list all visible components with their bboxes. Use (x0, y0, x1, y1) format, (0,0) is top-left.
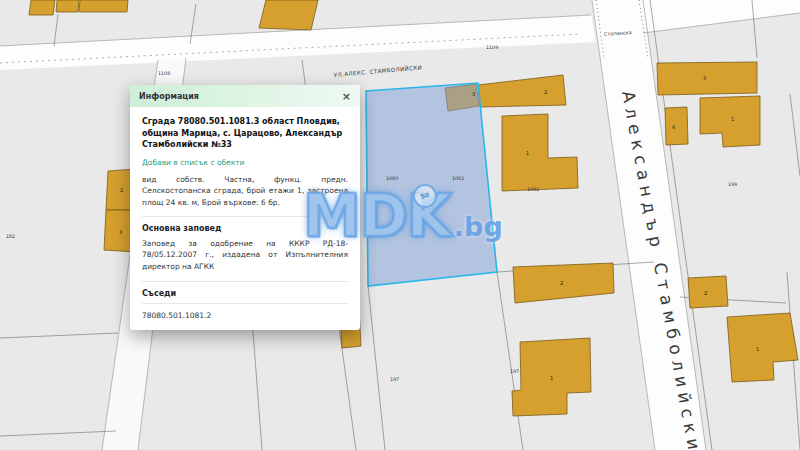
building-number: 1 (550, 375, 553, 381)
parcel-label: 199 (728, 182, 737, 187)
building-number: 1 (731, 116, 734, 122)
order-heading: Основна заповед (142, 216, 348, 233)
building-polygon[interactable] (259, 0, 318, 30)
map-canvas[interactable]: 1108 1109 182 183 184 197 197 1080 1081 … (0, 0, 800, 450)
parcel-label: 1080 (386, 176, 398, 181)
building-number: 3 (119, 229, 122, 235)
building-number: 2 (544, 89, 547, 95)
order-text: Заповед за одобрение на КККР РД-18-78/05… (142, 238, 348, 273)
parcel-label: 182 (6, 234, 15, 239)
building-polygon[interactable] (657, 62, 757, 95)
building-number: 2 (120, 187, 123, 193)
selected-parcel-overlay[interactable] (366, 83, 497, 286)
info-popup-body: Сграда 78080.501.1081.3 област Пловдив, … (130, 107, 360, 330)
building-number: 1 (526, 150, 529, 156)
cadastral-map-app: 1108 1109 182 183 184 197 197 1080 1081 … (0, 0, 800, 450)
building-polygon[interactable] (665, 107, 688, 145)
info-popup-header: Информация × (130, 85, 360, 107)
building-polygon[interactable] (56, 0, 79, 12)
building-polygon[interactable] (688, 276, 728, 308)
building-details: вид собств. Частна, функц. предн. Селско… (142, 174, 348, 209)
neighbor-id[interactable]: 78080.501.1081.2 (142, 303, 348, 320)
building-number: 1 (756, 346, 759, 352)
building-title: Сграда 78080.501.1081.3 област Пловдив, … (142, 116, 348, 151)
building-number: 4 (672, 124, 675, 130)
building-polygon[interactable] (29, 0, 55, 15)
parcel-label: 1109 (486, 45, 498, 50)
parcel-label: 197 (510, 369, 519, 374)
neighbors-heading: Съседи (142, 281, 348, 298)
building-number: 3 (703, 75, 706, 81)
building-number: 2 (560, 280, 563, 286)
parcel-label: 1081 (452, 176, 464, 181)
info-popup-title: Информация (139, 92, 199, 101)
info-popup: Информация × Сграда 78080.501.1081.3 обл… (130, 85, 360, 330)
parcel-label: 1082 (527, 187, 539, 192)
building-number: 2 (704, 290, 707, 296)
close-icon[interactable]: × (342, 91, 351, 102)
parcel-label: 197 (390, 377, 399, 382)
building-number: 3 (472, 91, 475, 97)
parcel-label: 1108 (158, 71, 170, 76)
building-polygon[interactable] (79, 0, 128, 12)
add-to-list-link[interactable]: Добави в списък с обекти (142, 158, 348, 167)
